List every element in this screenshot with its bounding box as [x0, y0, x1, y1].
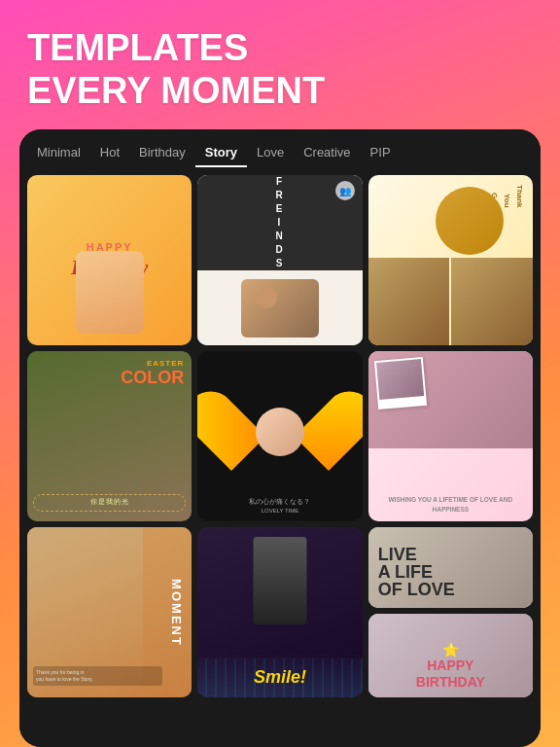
friends-top: FREINDS 👥 [197, 175, 362, 270]
tab-hot[interactable]: Hot [90, 139, 129, 167]
grid-layout: HAPPY Birthday FREINDS 👥 Than [27, 175, 533, 697]
birthday-photo [76, 251, 144, 334]
collage-area [368, 258, 533, 345]
tabs-bar: Minimal Hot Birthday Story Love Creative… [19, 129, 541, 167]
tab-birthday[interactable]: Birthday [129, 139, 195, 167]
easter-big: COLOR [121, 368, 184, 388]
smile-text: Smile! [197, 667, 362, 688]
tab-creative[interactable]: Creative [294, 139, 360, 167]
template-grid: HAPPY Birthday FREINDS 👥 Than [19, 167, 541, 747]
friends-letters: FREINDS [275, 175, 284, 270]
heart-subtitle: 私の心が痛くなる？LOVELY TIME [197, 497, 362, 514]
template-heart[interactable]: 私の心が痛くなる？LOVELY TIME [197, 351, 362, 521]
easter-small: EASTER [121, 359, 184, 368]
tab-pip[interactable]: PIP [361, 139, 401, 167]
moment-caption: Thank you for being inyou have to love t… [33, 666, 162, 686]
friends-bottom [197, 270, 362, 345]
header: TEMPLATES EVERY MOMENT [0, 0, 560, 129]
heart-shape [231, 393, 329, 480]
template-smile[interactable]: Smile! [197, 527, 362, 697]
bday-star: ⭐ [442, 642, 459, 658]
wishing-text: WISHING YOU A LIFETIME OF LOVE AND HAPPI… [374, 495, 527, 515]
easter-caption: 你是我的光 [90, 497, 129, 507]
easter-label: EASTER COLOR [121, 359, 184, 388]
template-birthday[interactable]: HAPPY Birthday [27, 175, 192, 345]
bday-text: HAPPYBIRTHDAY [416, 658, 485, 691]
template-moment[interactable]: MOMENT Thank you for being inyou have to… [27, 527, 192, 697]
smile-figure [253, 537, 306, 624]
app-card: Minimal Hot Birthday Story Love Creative… [19, 129, 541, 747]
collage-img-1 [368, 258, 450, 345]
friends-photo [241, 279, 319, 338]
thankyou-circle-photo [436, 187, 504, 255]
template-thankyou[interactable]: ThankYouGod [368, 175, 533, 345]
polaroid-img [376, 359, 424, 400]
right-column-bottom: LIVEA LIFEOF LOVE ⭐ HAPPYBIRTHDAY [368, 527, 533, 697]
collage-img-2 [451, 258, 533, 345]
moment-vertical-text: MOMENT [169, 579, 184, 647]
friends-icon: 👥 [335, 181, 355, 200]
heart-face [256, 408, 304, 456]
header-title: TEMPLATES EVERY MOMENT [27, 27, 533, 112]
template-friends[interactable]: FREINDS 👥 [197, 175, 362, 345]
tab-minimal[interactable]: Minimal [27, 139, 90, 167]
template-love-wish[interactable]: WISHING YOU A LIFETIME OF LOVE AND HAPPI… [368, 351, 533, 521]
tab-story[interactable]: Story [195, 139, 247, 167]
template-happybday[interactable]: ⭐ HAPPYBIRTHDAY [368, 614, 533, 697]
template-livealife[interactable]: LIVEA LIFEOF LOVE [368, 527, 533, 608]
polaroid-frame [374, 357, 427, 409]
tab-love[interactable]: Love [247, 139, 294, 167]
livealife-text: LIVEA LIFEOF LOVE [378, 546, 523, 598]
template-easter[interactable]: EASTER COLOR 你是我的光 [27, 351, 192, 521]
